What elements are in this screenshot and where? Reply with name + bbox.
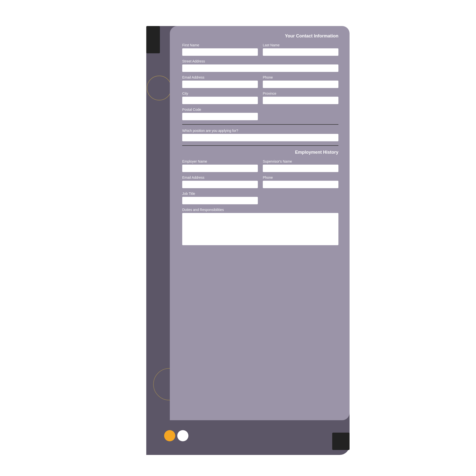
job-title-label: Job Title (182, 192, 258, 196)
email-input[interactable] (182, 81, 258, 88)
position-row: Which position are you applying for? (182, 129, 338, 141)
first-last-name-row: First Name Last Name (182, 43, 338, 56)
phone-input[interactable] (263, 81, 338, 88)
job-title-row: Job Title (182, 192, 338, 204)
emp-email-label: Email Address (182, 176, 258, 179)
emp-email-group: Email Address (182, 176, 258, 188)
city-group: City (182, 91, 258, 104)
last-name-label: Last Name (263, 43, 338, 47)
street-address-row: Street Address (182, 59, 338, 72)
position-label: Which position are you applying for? (182, 129, 338, 133)
contact-section-header: Your Contact Information (182, 33, 338, 39)
supervisor-name-label: Supervisor's Name (263, 159, 338, 163)
postal-code-row: Postal Code (182, 108, 338, 120)
duties-textarea[interactable] (182, 213, 338, 245)
emp-phone-label: Phone (263, 176, 338, 179)
deco-orange-circle-bottom (164, 430, 175, 441)
first-name-group: First Name (182, 43, 258, 56)
phone-label: Phone (263, 75, 338, 79)
first-name-label: First Name (182, 43, 258, 47)
position-group: Which position are you applying for? (182, 129, 338, 141)
last-name-input[interactable] (263, 48, 338, 56)
city-label: City (182, 91, 258, 95)
province-group: Province (263, 91, 338, 104)
duties-row: Duties and Responsibilities (182, 208, 338, 245)
employer-name-label: Employer Name (182, 159, 258, 163)
street-address-group: Street Address (182, 59, 338, 72)
emp-phone-group: Phone (263, 176, 338, 188)
city-input[interactable] (182, 97, 258, 104)
province-input[interactable] (263, 97, 338, 104)
email-group: Email Address (182, 75, 258, 88)
employer-name-input[interactable] (182, 165, 258, 172)
divider-middle (182, 145, 338, 146)
deco-black-rectangle-bottom-right (332, 433, 350, 450)
province-label: Province (263, 91, 338, 95)
app-title: EMPLOYMENT APPLICATION (126, 260, 138, 428)
postal-code-input[interactable] (182, 113, 258, 120)
position-input[interactable] (182, 134, 338, 141)
postal-code-group: Postal Code (182, 108, 258, 120)
divider-top (182, 124, 338, 125)
emp-phone-input[interactable] (263, 181, 338, 188)
emp-email-phone-row: Email Address Phone (182, 176, 338, 188)
first-name-input[interactable] (182, 48, 258, 56)
last-name-group: Last Name (263, 43, 338, 56)
postal-code-label: Postal Code (182, 108, 258, 112)
email-phone-row: Email Address Phone (182, 75, 338, 88)
job-title-input[interactable] (182, 197, 258, 204)
email-label: Email Address (182, 75, 258, 79)
employment-section-header: Employment History (182, 150, 338, 155)
emp-email-input[interactable] (182, 181, 258, 188)
street-address-input[interactable] (182, 64, 338, 72)
city-province-row: City Province (182, 91, 338, 104)
supervisor-name-input[interactable] (263, 165, 338, 172)
employer-supervisor-row: Employer Name Supervisor's Name (182, 159, 338, 172)
street-address-label: Street Address (182, 59, 338, 63)
duties-label: Duties and Responsibilities (182, 208, 338, 212)
job-title-group: Job Title (182, 192, 258, 204)
duties-group: Duties and Responsibilities (182, 208, 338, 245)
employer-name-group: Employer Name (182, 159, 258, 172)
phone-group: Phone (263, 75, 338, 88)
deco-white-circle-bottom (177, 430, 188, 441)
vertical-title-container: EMPLOYMENT APPLICATION (126, 21, 164, 455)
supervisor-name-group: Supervisor's Name (263, 159, 338, 172)
page-wrapper: EMPLOYMENT APPLICATION Your Contact Info… (126, 21, 350, 455)
form-panel: Your Contact Information First Name Last… (170, 26, 350, 420)
